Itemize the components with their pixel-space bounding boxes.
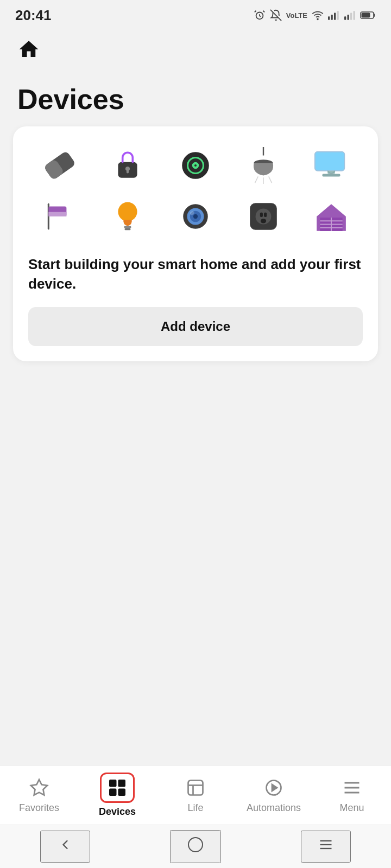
svg-rect-6 xyxy=(337,11,339,20)
svg-rect-10 xyxy=(354,11,355,20)
svg-rect-56 xyxy=(118,789,126,796)
svg-rect-27 xyxy=(315,152,344,171)
tab-menu[interactable]: Menu xyxy=(313,771,391,819)
device-icons-grid xyxy=(28,144,363,238)
flag-icon-cell xyxy=(28,195,91,238)
automations-icon xyxy=(262,776,285,799)
nav-bar xyxy=(0,825,391,868)
svg-rect-55 xyxy=(109,789,117,796)
alarm-icon xyxy=(254,9,266,21)
svg-rect-8 xyxy=(348,15,349,20)
status-time: 20:41 xyxy=(15,7,52,24)
outlet-icon-cell xyxy=(232,195,295,238)
svg-rect-36 xyxy=(124,228,130,230)
svg-rect-9 xyxy=(350,13,352,20)
svg-marker-61 xyxy=(272,784,277,791)
mute-icon xyxy=(270,9,282,21)
svg-rect-7 xyxy=(344,16,346,20)
svg-rect-45 xyxy=(264,213,267,217)
svg-rect-4 xyxy=(331,15,333,20)
volte-icon: VoLTE xyxy=(286,11,307,20)
svg-rect-12 xyxy=(362,13,370,18)
wifi-icon xyxy=(312,9,324,21)
svg-point-2 xyxy=(317,18,318,20)
svg-rect-44 xyxy=(260,213,263,217)
eraser-icon-cell xyxy=(28,144,91,187)
tab-devices-active-box xyxy=(100,773,135,803)
svg-rect-30 xyxy=(323,174,340,177)
svg-rect-3 xyxy=(328,16,330,20)
tab-life[interactable]: Life xyxy=(156,771,235,819)
main-card: Start building your smart home and add y… xyxy=(13,126,378,361)
tab-bar: Favorites Devices Life xyxy=(0,765,391,825)
life-icon xyxy=(184,776,207,799)
battery-icon xyxy=(361,10,376,20)
svg-marker-52 xyxy=(31,780,47,795)
devices-icon xyxy=(106,776,129,799)
svg-rect-57 xyxy=(188,781,203,795)
lock-icon-cell xyxy=(96,144,159,187)
svg-rect-35 xyxy=(124,226,131,228)
svg-rect-53 xyxy=(109,780,117,787)
status-icons: VoLTE xyxy=(254,9,376,21)
tab-favorites-label: Favorites xyxy=(19,802,59,814)
svg-point-21 xyxy=(194,164,197,167)
svg-line-24 xyxy=(255,176,258,183)
svg-line-1 xyxy=(270,10,281,21)
tab-favorites[interactable]: Favorites xyxy=(0,771,78,819)
tab-devices[interactable]: Devices xyxy=(78,767,156,823)
svg-point-34 xyxy=(118,202,137,221)
garage-icon-cell xyxy=(300,195,363,238)
status-bar: 20:41 VoLTE xyxy=(0,0,391,28)
recent-apps-button[interactable] xyxy=(301,831,351,863)
star-icon xyxy=(28,776,51,799)
svg-rect-5 xyxy=(334,13,336,20)
signal1-icon xyxy=(328,10,340,20)
svg-rect-33 xyxy=(48,212,66,216)
svg-rect-17 xyxy=(127,170,129,173)
svg-point-65 xyxy=(188,838,203,852)
tab-automations-label: Automations xyxy=(247,802,301,814)
tab-life-label: Life xyxy=(187,802,203,814)
signal2-icon xyxy=(344,10,356,20)
ceiling-light-icon-cell xyxy=(232,144,295,187)
home-nav-button[interactable] xyxy=(17,38,374,66)
back-button[interactable] xyxy=(40,831,90,863)
home-button[interactable] xyxy=(170,830,221,863)
bulb-icon-cell xyxy=(96,195,159,238)
tab-menu-label: Menu xyxy=(339,802,364,814)
svg-line-26 xyxy=(269,176,272,183)
svg-point-40 xyxy=(193,214,198,219)
monitor-icon-cell xyxy=(300,144,363,187)
top-nav xyxy=(0,28,391,70)
promo-text: Start building your smart home and add y… xyxy=(28,254,363,294)
camera-icon-cell xyxy=(164,195,226,238)
tab-devices-label: Devices xyxy=(99,806,136,818)
add-device-button[interactable]: Add device xyxy=(28,307,363,346)
doorbell-icon-cell xyxy=(164,144,226,187)
menu-icon xyxy=(340,776,363,799)
svg-rect-54 xyxy=(118,780,126,787)
tab-automations[interactable]: Automations xyxy=(235,771,313,819)
svg-point-46 xyxy=(261,219,266,223)
page-title: Devices xyxy=(0,70,391,126)
